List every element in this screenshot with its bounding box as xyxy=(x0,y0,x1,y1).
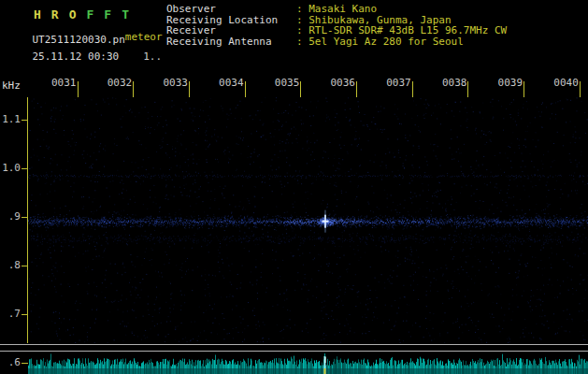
time-tick-label: 0037 xyxy=(386,77,411,89)
time-tick-label: 0036 xyxy=(331,77,356,89)
info-row: Receiving Antenna: 5el Yagi Az 280 for S… xyxy=(166,36,507,48)
time-tick-label: 0033 xyxy=(163,77,188,89)
time-tick-label: 0031 xyxy=(51,77,77,89)
time-tick-label: 0032 xyxy=(108,77,133,89)
title-letter: T xyxy=(122,7,129,22)
time-tick-label: 0035 xyxy=(275,77,300,89)
separator-line-upper xyxy=(0,344,588,345)
title-letter: F xyxy=(104,7,111,22)
freq-tick-mark xyxy=(22,363,28,364)
freq-tick-label: .8 xyxy=(0,260,21,271)
time-tick-mark xyxy=(78,81,79,97)
time-tick-mark xyxy=(189,81,190,97)
info-value: : 5el Yagi Az 280 for Seoul xyxy=(296,36,464,48)
spectrogram-canvas xyxy=(28,97,588,343)
counter: 1.. xyxy=(143,50,162,63)
hrofft-screen: HROFFT UT2511120030.pnmeteor 25.11.12 00… xyxy=(0,0,588,374)
time-tick-mark xyxy=(523,81,524,97)
title-letter: O xyxy=(69,7,77,22)
time-tick-mark xyxy=(467,81,468,97)
freq-tick-label: 1.1 xyxy=(0,114,21,125)
signal-level-canvas xyxy=(28,352,588,374)
time-tick-mark xyxy=(300,81,301,97)
title-letter: F xyxy=(86,7,93,22)
datetime-line: 25.11.12 00:301.. xyxy=(7,38,162,75)
time-tick-mark xyxy=(133,81,134,97)
time-tick-label: 0039 xyxy=(498,77,523,89)
info-label: Receiver xyxy=(166,25,296,36)
freq-unit-label: kHz xyxy=(2,79,21,92)
info-block: Observer: Masaki KanoReceiving Location:… xyxy=(166,4,507,47)
time-tick-mark xyxy=(580,81,581,97)
freq-tick-label: .7 xyxy=(0,309,21,320)
time-tick-label: 0034 xyxy=(219,77,244,89)
title-letter: R xyxy=(51,7,59,22)
app-title: HROFFT xyxy=(34,5,139,22)
time-tick-label: 0038 xyxy=(442,77,467,89)
freq-tick-label: .9 xyxy=(0,211,21,223)
info-label: Observer xyxy=(166,4,296,15)
time-tick-mark xyxy=(245,81,246,97)
time-tick-label: 0040 xyxy=(553,77,579,89)
freq-tick-label: .6 xyxy=(0,357,21,368)
time-tick-mark xyxy=(412,81,413,97)
freq-tick-label: 1.0 xyxy=(0,163,21,174)
info-label: Receiving Antenna xyxy=(166,36,296,48)
datetime: 25.11.12 00:30 xyxy=(33,50,120,63)
time-tick-mark xyxy=(356,81,357,97)
title-letter: H xyxy=(34,7,41,22)
